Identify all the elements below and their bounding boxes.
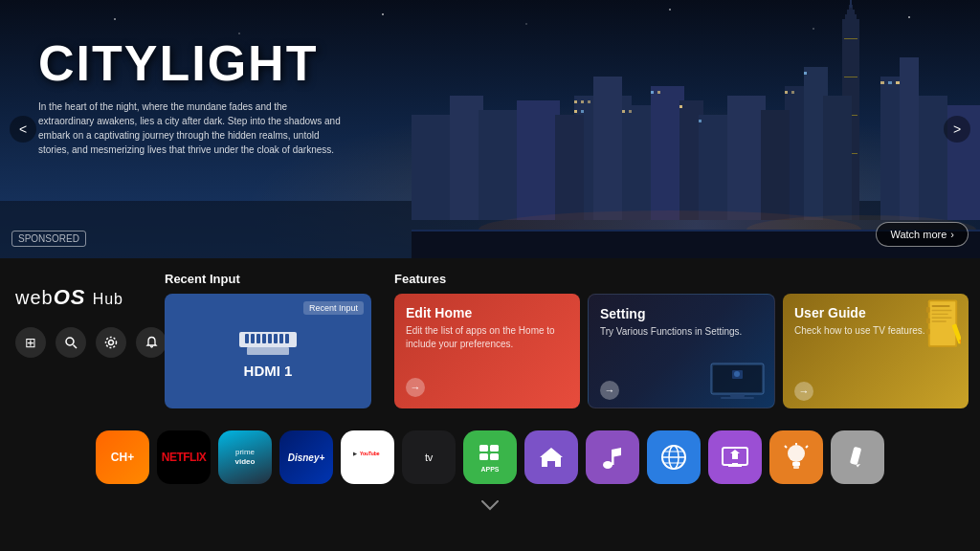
hdmi-icon	[237, 324, 299, 355]
svg-rect-36	[479, 110, 517, 220]
svg-line-114	[785, 446, 787, 448]
svg-rect-66	[245, 334, 249, 343]
svg-rect-93	[349, 445, 386, 470]
svg-rect-72	[279, 334, 283, 343]
svg-rect-55	[896, 81, 900, 84]
svg-rect-52	[804, 72, 807, 75]
app-netflix[interactable]: NETFLIX	[157, 430, 211, 484]
app-prime-video[interactable]: primevideo	[218, 430, 272, 484]
hero-title: CITYLIGHT	[38, 38, 345, 88]
svg-rect-53	[880, 81, 884, 84]
hero-next-button[interactable]: >	[944, 116, 970, 143]
edit-home-card[interactable]: Edit Home Edit the list of apps on the H…	[394, 294, 580, 408]
app-youtube[interactable]: ▶ YouTube	[341, 430, 394, 484]
setting-card[interactable]: Setting Try Various Functions in Setting…	[588, 294, 775, 408]
svg-rect-51	[791, 91, 794, 94]
youtube-icon: ▶ YouTube	[349, 445, 386, 470]
svg-point-64	[106, 338, 117, 348]
netflix-label: NETFLIX	[162, 451, 207, 464]
app-home[interactable]	[524, 430, 578, 484]
svg-rect-82	[930, 301, 956, 345]
hdmi-input-name: HDMI 1	[244, 363, 293, 379]
svg-text:YouTube: YouTube	[360, 451, 380, 456]
svg-rect-90	[926, 329, 930, 335]
bottom-panel: webOS Hub ⊞	[0, 258, 980, 551]
svg-rect-48	[679, 105, 682, 108]
chevron-down-area[interactable]	[0, 496, 980, 513]
svg-point-63	[109, 341, 114, 345]
app-music[interactable]	[586, 430, 639, 484]
arrow-right-icon: ›	[950, 229, 954, 240]
svg-rect-44	[622, 110, 625, 113]
svg-point-4	[382, 13, 384, 15]
edit-home-title: Edit Home	[406, 305, 568, 320]
svg-rect-47	[657, 91, 660, 94]
features-label: Features	[394, 272, 969, 286]
svg-rect-27	[593, 77, 622, 220]
recent-input-section: Recent Input Recent Input	[153, 272, 383, 419]
app-disney-plus[interactable]: Disney+	[279, 430, 333, 484]
hub-label: Hub	[93, 291, 123, 307]
disney-label: Disney+	[288, 452, 325, 463]
app-tips[interactable]	[769, 430, 823, 484]
setting-desc: Try Various Functions in Settings.	[600, 325, 763, 339]
recent-input-label: Recent Input	[165, 272, 371, 286]
webos-logo: webOS Hub	[15, 287, 123, 308]
search-icon-button[interactable]	[56, 327, 86, 358]
svg-rect-35	[450, 96, 483, 220]
recent-input-badge: Recent Input	[303, 301, 364, 315]
pencil-icon	[845, 444, 870, 471]
svg-rect-43	[581, 110, 584, 113]
apps-grid-icon	[478, 443, 502, 464]
app-apps[interactable]: APPS	[463, 430, 517, 484]
chevron-down-icon[interactable]	[480, 499, 500, 511]
user-guide-card[interactable]: User Guide Check how to use TV features.	[783, 294, 969, 408]
app-browser[interactable]	[647, 430, 701, 484]
svg-rect-21	[919, 96, 947, 220]
hero-content: CITYLIGHT In the heart of the night, whe…	[38, 38, 345, 157]
recent-input-card[interactable]: Recent Input	[165, 294, 371, 408]
globe-icon	[659, 443, 688, 472]
watch-more-button[interactable]: Watch more ›	[876, 222, 969, 247]
setting-content: Setting Try Various Functions in Setting…	[600, 306, 763, 339]
music-icon	[600, 444, 625, 471]
app-edit[interactable]	[831, 430, 884, 484]
svg-rect-15	[844, 38, 858, 39]
svg-point-8	[908, 16, 910, 18]
svg-point-110	[788, 445, 805, 462]
svg-rect-97	[490, 445, 499, 452]
svg-rect-31	[699, 115, 727, 220]
svg-rect-67	[251, 334, 255, 343]
settings-icon-button[interactable]	[96, 327, 126, 358]
setting-arrow[interactable]: →	[600, 381, 619, 400]
svg-rect-40	[581, 100, 584, 103]
app-apple-tv[interactable]: tv	[402, 430, 456, 484]
hero-banner: CITYLIGHT In the heart of the night, whe…	[0, 0, 980, 258]
svg-rect-109	[732, 463, 738, 467]
svg-point-6	[669, 9, 671, 11]
features-section: Features Edit Home Edit the list of apps…	[383, 272, 980, 419]
logo-section: webOS Hub ⊞	[0, 272, 153, 419]
edit-home-arrow[interactable]: →	[406, 378, 425, 397]
svg-rect-74	[247, 347, 289, 355]
hero-prev-button[interactable]: <	[10, 116, 36, 143]
notebook-illustration	[924, 298, 961, 353]
svg-rect-29	[651, 86, 684, 220]
apps-row: CH+ NETFLIX primevideo Disney+ ▶ YouTube…	[0, 419, 980, 496]
svg-rect-83	[932, 305, 950, 307]
apps-label: APPS	[480, 466, 499, 473]
app-screen-share[interactable]	[708, 430, 762, 484]
sponsored-label: SPONSORED	[11, 231, 86, 247]
svg-rect-99	[490, 453, 499, 460]
svg-rect-54	[888, 81, 892, 84]
tv-icon-button[interactable]: ⊞	[15, 327, 46, 358]
svg-rect-89	[926, 318, 930, 323]
user-guide-arrow[interactable]: →	[794, 382, 813, 401]
svg-rect-77	[730, 394, 745, 397]
setting-title: Setting	[600, 306, 763, 321]
svg-rect-37	[517, 100, 560, 220]
svg-rect-25	[823, 96, 852, 220]
app-ch-plus[interactable]: CH+	[96, 430, 149, 484]
watch-more-label: Watch more	[890, 229, 947, 240]
svg-rect-38	[555, 115, 584, 220]
